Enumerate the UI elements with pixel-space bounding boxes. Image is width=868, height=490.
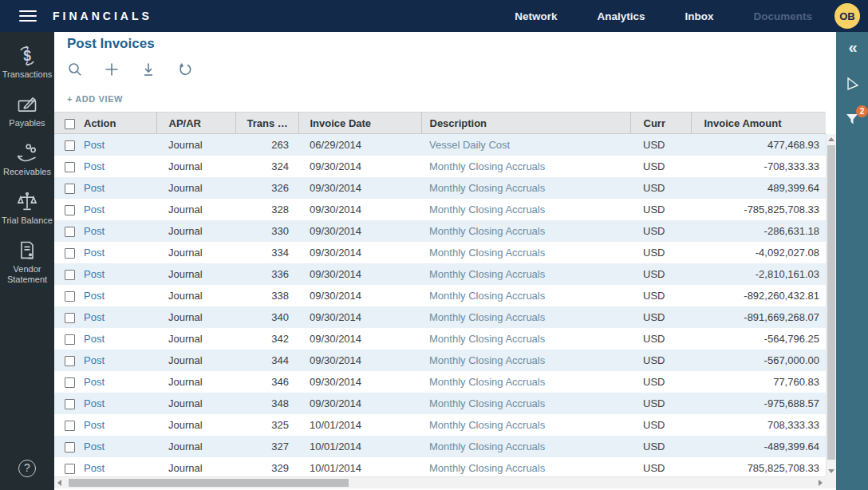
row-checkbox[interactable] <box>65 442 75 452</box>
row-checkbox[interactable] <box>65 162 75 172</box>
avatar[interactable]: OB <box>834 3 860 29</box>
collapse-icon[interactable]: « <box>848 38 855 57</box>
sidebar-item-transactions[interactable]: $ Transactions <box>0 45 54 80</box>
date-cell: 09/30/2014 <box>298 242 421 263</box>
help-icon[interactable]: ? <box>18 460 36 477</box>
post-link[interactable]: Post <box>84 354 105 366</box>
post-link[interactable]: Post <box>84 397 105 409</box>
horizontal-scrollbar-thumb[interactable] <box>69 479 349 487</box>
col-header-trans[interactable]: Trans … <box>235 113 298 134</box>
row-checkbox[interactable] <box>65 356 75 366</box>
post-link[interactable]: Post <box>84 290 105 302</box>
col-header-action[interactable]: Action <box>80 113 156 134</box>
add-view-button[interactable]: + ADD VIEW <box>67 94 123 104</box>
scroll-left-arrow[interactable] <box>57 480 61 486</box>
row-checkbox[interactable] <box>65 140 75 151</box>
nav-documents[interactable]: Documents <box>753 10 812 22</box>
curr-cell: USD <box>630 285 691 306</box>
amount-cell: -2,810,161.03 <box>691 263 826 285</box>
row-checkbox[interactable] <box>65 248 75 259</box>
nav-inbox[interactable]: Inbox <box>685 10 713 22</box>
table-row: PostJournal34409/30/2014Monthly Closing … <box>54 350 826 371</box>
checkbox-cell <box>54 350 80 371</box>
col-header-apar[interactable]: AP/AR <box>156 113 235 134</box>
post-link[interactable]: Post <box>84 268 105 280</box>
row-checkbox[interactable] <box>65 291 75 302</box>
curr-cell: USD <box>630 414 691 436</box>
scroll-down-arrow[interactable] <box>828 469 834 473</box>
undo-icon[interactable] <box>177 61 193 77</box>
row-checkbox[interactable] <box>65 184 75 194</box>
action-cell: Post <box>80 156 156 177</box>
date-cell: 10/01/2014 <box>298 436 421 457</box>
post-link[interactable]: Post <box>84 182 105 194</box>
horizontal-scrollbar[interactable] <box>54 476 826 488</box>
select-all-checkbox[interactable] <box>65 119 75 129</box>
checkbox-cell <box>54 457 80 477</box>
row-checkbox[interactable] <box>65 270 75 280</box>
post-link[interactable]: Post <box>84 333 105 345</box>
date-cell: 09/30/2014 <box>298 328 421 350</box>
amount-cell: -708,333.33 <box>691 156 826 177</box>
pointer-tool[interactable] <box>844 76 860 92</box>
row-checkbox[interactable] <box>65 227 75 237</box>
row-checkbox[interactable] <box>65 464 75 474</box>
post-link[interactable]: Post <box>84 311 105 323</box>
post-link[interactable]: Post <box>84 419 105 431</box>
post-link[interactable]: Post <box>84 139 105 151</box>
row-checkbox[interactable] <box>65 421 75 431</box>
sidebar-item-receivables[interactable]: Receivables <box>0 142 54 177</box>
amount-cell: 489,399.64 <box>691 177 826 199</box>
vertical-scrollbar-thumb[interactable] <box>827 145 835 460</box>
post-link[interactable]: Post <box>84 247 105 259</box>
vertical-scrollbar[interactable] <box>826 134 836 476</box>
search-icon[interactable] <box>67 61 83 77</box>
toolbar <box>67 61 193 77</box>
amount-cell: 477,468.93 <box>691 134 826 156</box>
col-header-invoice-date[interactable]: Invoice Date <box>298 113 421 134</box>
post-link[interactable]: Post <box>84 225 105 237</box>
curr-cell: USD <box>630 371 691 393</box>
trans-cell: 342 <box>235 328 298 350</box>
post-link[interactable]: Post <box>84 376 105 388</box>
col-header-curr[interactable]: Curr <box>630 113 691 134</box>
amount-cell: 77,760.83 <box>691 371 826 393</box>
table-row: PostJournal32809/30/2014Monthly Closing … <box>54 199 826 220</box>
apar-cell: Journal <box>156 177 235 199</box>
menu-icon[interactable] <box>19 7 37 25</box>
trans-cell: 263 <box>235 134 298 156</box>
row-checkbox[interactable] <box>65 334 75 345</box>
table-row: PostJournal33609/30/2014Monthly Closing … <box>54 263 826 285</box>
col-header-invoice-amount[interactable]: Invoice Amount <box>691 113 826 134</box>
sidebar-item-payables[interactable]: Payables <box>0 93 54 128</box>
row-checkbox[interactable] <box>65 377 75 388</box>
trans-cell: 327 <box>235 436 298 457</box>
post-link[interactable]: Post <box>84 160 105 172</box>
apar-cell: Journal <box>156 350 235 371</box>
sidebar-item-vendor-statement[interactable]: Vendor Statement <box>0 239 54 285</box>
col-header-description[interactable]: Description <box>421 113 630 134</box>
scroll-up-arrow[interactable] <box>828 137 834 141</box>
curr-cell: USD <box>630 436 691 457</box>
topbar: FINANCIALS Network Analytics Inbox Docum… <box>0 0 868 32</box>
nav-network[interactable]: Network <box>515 10 557 22</box>
sidebar-item-trial-balance[interactable]: Trial Balance <box>0 191 54 226</box>
post-link[interactable]: Post <box>84 204 105 215</box>
page-title: Post Invoices <box>67 36 155 52</box>
desc-cell: Monthly Closing Accruals <box>421 436 630 457</box>
scroll-right-arrow[interactable] <box>819 480 823 486</box>
amount-cell: -567,000.00 <box>691 350 826 371</box>
post-link[interactable]: Post <box>84 441 105 452</box>
row-checkbox[interactable] <box>65 313 75 323</box>
post-link[interactable]: Post <box>84 462 105 474</box>
trans-cell: 340 <box>235 306 298 328</box>
download-icon[interactable] <box>140 61 156 77</box>
row-checkbox[interactable] <box>65 399 75 409</box>
row-checkbox[interactable] <box>65 205 75 215</box>
curr-cell: USD <box>630 263 691 285</box>
date-cell: 09/30/2014 <box>298 371 421 393</box>
nav-analytics[interactable]: Analytics <box>597 10 645 22</box>
invoice-table: Action AP/AR Trans … Invoice Date Descri… <box>54 112 826 476</box>
filter-tool[interactable]: 2 <box>844 111 860 127</box>
add-icon[interactable] <box>104 61 120 77</box>
